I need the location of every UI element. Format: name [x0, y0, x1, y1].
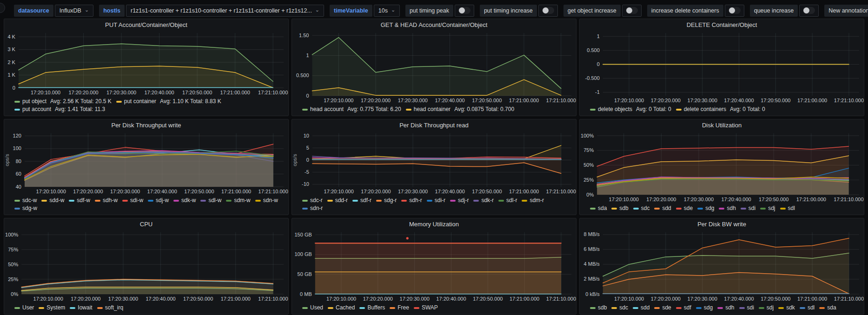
- x-axis-tick-label: 17:20:30.000: [688, 98, 717, 103]
- panel-title[interactable]: Per Disk Throughput write: [4, 119, 288, 131]
- legend-item[interactable]: sdh: [717, 304, 734, 312]
- legend-item[interactable]: sdf: [676, 304, 691, 312]
- series-name: sdf-r: [360, 197, 371, 204]
- toggle-switch[interactable]: [725, 5, 744, 17]
- legend-item[interactable]: sdn-w: [255, 197, 278, 204]
- panel-title[interactable]: GET & HEAD Account/Container/Object: [292, 19, 576, 30]
- legend-item[interactable]: sdk-r: [473, 197, 494, 204]
- legend-item[interactable]: sda: [590, 204, 607, 212]
- legend-item[interactable]: sdh-w: [95, 197, 118, 204]
- panel-title[interactable]: Disk Utilization: [580, 119, 864, 131]
- toggle-switch[interactable]: [799, 5, 819, 17]
- panel-title[interactable]: Per Disk BW write: [580, 218, 864, 230]
- legend-item[interactable]: put accountAvg: 1.41 Total: 11.3: [14, 105, 105, 113]
- legend-item[interactable]: Used: [302, 304, 323, 312]
- legend-item[interactable]: put containerAvg: 1.10 K Total: 8.83 K: [116, 98, 221, 105]
- legend-item[interactable]: sdi-r: [427, 197, 445, 204]
- legend-item[interactable]: sdg-r: [376, 197, 397, 204]
- series-name: sdj-w: [156, 197, 169, 204]
- series-name: sda: [598, 204, 607, 212]
- legend-item[interactable]: sde: [676, 204, 693, 212]
- legend-item[interactable]: sdc: [611, 304, 628, 312]
- toggle-switch[interactable]: [455, 5, 474, 17]
- legend-item[interactable]: sdi: [739, 304, 754, 312]
- legend-item[interactable]: Buffers: [359, 304, 385, 312]
- legend-item[interactable]: sdh: [719, 204, 735, 212]
- x-axis-tick-label: 17:21:10.000: [258, 90, 288, 95]
- legend-item[interactable]: delete objectsAvg: 0 Total: 0: [590, 105, 671, 113]
- legend-item[interactable]: Cached: [328, 304, 355, 312]
- panel-title[interactable]: Per Disk Throughput read: [292, 119, 576, 131]
- series-name: sdf-w: [77, 197, 90, 204]
- legend-item[interactable]: sda: [819, 304, 836, 312]
- chart-plot-area[interactable]: 0 kB/s2 MB/s4 MB/s6 MB/s8 MB/s17:20:10.0…: [580, 230, 864, 303]
- panel-title[interactable]: DELETE Container/Object: [580, 19, 864, 30]
- legend-item[interactable]: sdf-w: [69, 197, 90, 204]
- legend-item[interactable]: head containerAvg: 0.0875 Total: 0.700: [406, 105, 514, 113]
- legend-item[interactable]: head accountAvg: 0.775 Total: 6.20: [302, 105, 401, 113]
- toggle-switch[interactable]: [622, 5, 642, 17]
- legend-item[interactable]: sdk: [778, 304, 795, 312]
- chart-plot-area[interactable]: -1-0.50000.500117:20:10.00017:20:20.0001…: [580, 30, 864, 105]
- panel-title[interactable]: PUT Account/Container/Object: [4, 19, 288, 30]
- legend-item[interactable]: sdd-w: [41, 197, 64, 204]
- legend-item[interactable]: Free: [390, 304, 409, 312]
- legend-item[interactable]: Iowait: [70, 304, 92, 312]
- variable-hostls-select[interactable]: r1z1s1-controller + r1z1s10-controller +…: [126, 5, 324, 17]
- legend-item[interactable]: sdb: [590, 304, 607, 312]
- legend-item[interactable]: sdd-r: [327, 197, 348, 204]
- legend-item[interactable]: put objectAvg: 2.56 K Total: 20.5 K: [14, 98, 112, 105]
- legend-item[interactable]: sdl-w: [200, 197, 221, 204]
- legend-item[interactable]: sdj-r: [450, 197, 469, 204]
- legend-item[interactable]: sdc-r: [302, 197, 323, 204]
- variable-hostls-label: hostls: [99, 5, 125, 17]
- legend-item[interactable]: sdc-w: [14, 197, 37, 204]
- chart-plot-area[interactable]: 0 MB50 GB100 GB150 GB17:20:10.00017:20:2…: [292, 230, 576, 303]
- legend-item[interactable]: sdj-w: [148, 197, 169, 204]
- legend-item[interactable]: sde: [654, 304, 671, 312]
- legend-item[interactable]: User: [14, 304, 34, 312]
- toggle-group-put-timing-peak: put timing peak: [405, 5, 474, 17]
- series-color-icon: [473, 200, 479, 202]
- series-name: sdh: [727, 204, 735, 212]
- chart-plot-area[interactable]: 40608010012017:20:10.00017:20:20.00017:2…: [4, 131, 288, 196]
- switch-knob-icon: [543, 7, 549, 13]
- legend-item[interactable]: sdf-r: [352, 197, 371, 204]
- series-color-icon: [427, 200, 432, 202]
- legend-item[interactable]: sdl: [780, 204, 795, 212]
- legend-item[interactable]: sdn-r: [302, 204, 323, 212]
- legend-item[interactable]: sdb: [611, 204, 628, 212]
- y-axis-tick-label: 50%: [8, 262, 18, 267]
- legend-item[interactable]: sdm-r: [522, 197, 544, 204]
- legend-item[interactable]: sdg-w: [14, 204, 37, 212]
- variable-datasource-select[interactable]: InfluxDB ⌄: [55, 5, 93, 17]
- chart-plot-area[interactable]: 0%25%50%75%100%17:20:10.00017:20:20.0001…: [580, 131, 864, 204]
- panel-title[interactable]: CPU: [4, 218, 288, 230]
- panel-title[interactable]: Memory Utilization: [292, 218, 576, 230]
- variable-timeVariable-select[interactable]: 10s ⌄: [374, 5, 400, 17]
- toggle-switch[interactable]: [538, 5, 558, 17]
- legend-item[interactable]: sdl-r: [498, 197, 517, 204]
- legend-item[interactable]: System: [39, 304, 65, 312]
- legend-item[interactable]: sdh-r: [401, 197, 422, 204]
- legend-item[interactable]: sdg: [696, 304, 713, 312]
- chart-plot-area[interactable]: 00.50011.5017:20:10.00017:20:20.00017:20…: [292, 30, 576, 105]
- variable-timeVariable: timeVariable 10s ⌄: [330, 5, 400, 17]
- legend-item[interactable]: sdd: [654, 204, 671, 212]
- legend-item[interactable]: sdl: [800, 304, 815, 312]
- legend-item[interactable]: sdj: [760, 204, 775, 212]
- legend-item[interactable]: sdg: [697, 204, 714, 212]
- legend-item[interactable]: sdi: [741, 204, 755, 212]
- legend-item[interactable]: sdk-w: [173, 197, 196, 204]
- legend-item[interactable]: sdi-w: [122, 197, 143, 204]
- chart-plot-area[interactable]: 01 K2 K3 K4 K17:20:10.00017:20:20.00017:…: [4, 30, 288, 97]
- legend-item[interactable]: SWAP: [414, 304, 438, 312]
- chart-plot-area[interactable]: 0%25%50%75%100%17:20:10.00017:20:20.0001…: [4, 230, 288, 303]
- legend-item[interactable]: sdd: [633, 304, 649, 312]
- legend-item[interactable]: sdc: [633, 204, 650, 212]
- legend-item[interactable]: soft_irq: [97, 304, 123, 312]
- chart-plot-area[interactable]: -10-5051017:20:10.00017:20:20.00017:20:3…: [292, 131, 576, 196]
- legend-item[interactable]: sdm-w: [226, 197, 250, 204]
- legend-item[interactable]: delete containersAvg: 0 Total: 0: [676, 105, 765, 113]
- legend-item[interactable]: sdj: [759, 304, 774, 312]
